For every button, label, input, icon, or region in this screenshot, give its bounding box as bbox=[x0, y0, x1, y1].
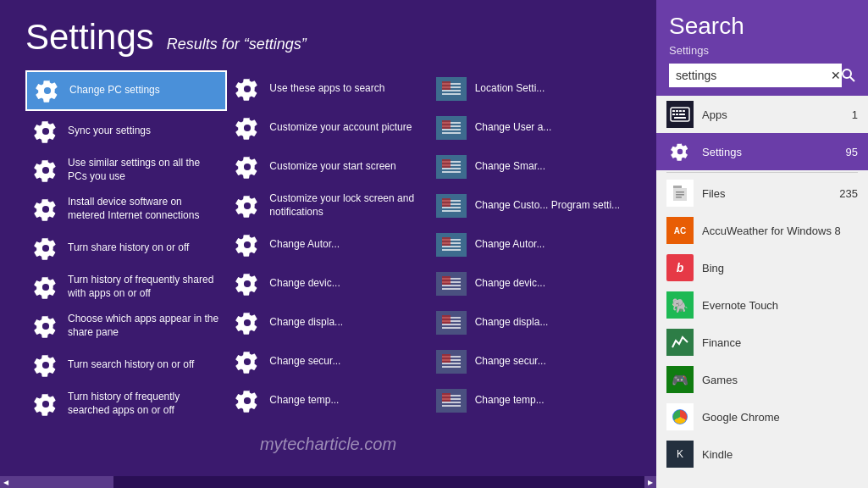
svg-rect-13 bbox=[442, 171, 461, 173]
result-icon-kindle: K bbox=[666, 441, 694, 468]
item-label: Customize your lock screen and notificat… bbox=[269, 192, 422, 219]
gear-icon bbox=[32, 391, 59, 418]
col1-item-change-pc[interactable]: Change PC settings bbox=[25, 70, 227, 111]
col3-item-change-temp2[interactable]: Change temp... bbox=[429, 382, 631, 419]
gear-icon bbox=[32, 352, 59, 379]
gear-icon bbox=[234, 387, 261, 414]
col3-item-change-smart[interactable]: Change Smar... bbox=[429, 148, 631, 186]
search-result-apps[interactable]: Apps 1 bbox=[656, 96, 868, 133]
svg-rect-2 bbox=[442, 90, 461, 92]
col2-item-change-security[interactable]: Change secur... bbox=[227, 343, 428, 380]
col3-icon bbox=[436, 311, 467, 335]
col1-item-turn-history-shared[interactable]: Turn history of frequently shared with a… bbox=[25, 269, 227, 306]
svg-rect-42 bbox=[442, 402, 461, 403]
item-label: Turn share history on or off bbox=[68, 241, 189, 255]
col3-icon bbox=[436, 77, 467, 101]
svg-rect-56 bbox=[673, 186, 682, 188]
col3-item-change-device3[interactable]: Change devic... bbox=[429, 265, 631, 302]
item-label: Change Autor... bbox=[475, 238, 545, 252]
col2-item-customize-account[interactable]: Customize your account picture bbox=[227, 109, 428, 147]
search-panel-title: Search bbox=[669, 13, 855, 40]
svg-rect-54 bbox=[679, 114, 685, 115]
result-icon-files bbox=[666, 180, 694, 207]
svg-rect-33 bbox=[442, 327, 461, 329]
app-icon-accu: AC bbox=[666, 217, 694, 244]
search-panel-subtitle: Settings bbox=[669, 44, 855, 57]
col1-item-turn-search-history[interactable]: Turn search history on or off bbox=[25, 347, 227, 384]
item-label: Turn history of frequently shared with a… bbox=[68, 274, 220, 300]
item-label: Change User a... bbox=[475, 121, 552, 135]
col3-item-change-display2[interactable]: Change displa... bbox=[429, 304, 631, 341]
search-input[interactable] bbox=[669, 64, 831, 87]
flag-icon bbox=[442, 198, 461, 214]
result-label: Evernote Touch bbox=[702, 299, 858, 312]
col3-item-change-user[interactable]: Change User a... bbox=[429, 109, 631, 147]
svg-rect-49 bbox=[676, 110, 678, 112]
search-result-finance[interactable]: Finance bbox=[656, 324, 868, 361]
scrollbar-thumb[interactable] bbox=[12, 476, 113, 488]
svg-rect-12 bbox=[442, 168, 461, 169]
item-label: Change temp... bbox=[475, 394, 545, 408]
gear-icon bbox=[234, 231, 261, 258]
result-label: Finance bbox=[702, 336, 858, 349]
search-clear-button[interactable]: ✕ bbox=[831, 64, 842, 87]
search-result-games[interactable]: 🎮 Games bbox=[656, 361, 868, 398]
item-label: Location Setti... bbox=[475, 82, 545, 96]
scrollbar-right-arrow[interactable]: ▶ bbox=[644, 476, 656, 488]
item-label: Use similar settings on all the PCs you … bbox=[68, 157, 220, 183]
app-icon-finance bbox=[666, 329, 694, 356]
col1-item-sync-settings[interactable]: Sync your settings bbox=[25, 113, 227, 150]
col2-item-customize-lock[interactable]: Customize your lock screen and notificat… bbox=[227, 187, 428, 225]
svg-rect-22 bbox=[442, 246, 461, 247]
col3-item-change-custo[interactable]: Change Custo... Program setti... bbox=[429, 187, 631, 225]
item-label: Change Custo... Program setti... bbox=[475, 199, 620, 213]
search-result-settings[interactable]: Settings 95 bbox=[656, 133, 868, 170]
search-result-kindle[interactable]: K Kindle bbox=[656, 435, 868, 473]
search-results-list: Apps 1 Settings 95 Files 235 AC AccuWeat… bbox=[656, 96, 868, 488]
col1-item-install-device[interactable]: Install device software on metered Inter… bbox=[25, 191, 227, 228]
scrollbar-left-arrow[interactable]: ◀ bbox=[0, 476, 12, 488]
item-label: Change Autor... bbox=[269, 238, 340, 252]
col2-item-customize-start[interactable]: Customize your start screen bbox=[227, 148, 428, 186]
app-icon-settings bbox=[666, 138, 694, 165]
search-result-accuweather[interactable]: AC AccuWeather for Windows 8 bbox=[656, 212, 868, 249]
bottom-scrollbar[interactable]: ◀ ▶ bbox=[0, 476, 656, 488]
search-panel: Search Settings ✕ Apps 1 Settings 95 Fil… bbox=[656, 0, 868, 488]
app-icon-files bbox=[666, 180, 694, 207]
col2-item-change-device2[interactable]: Change devic... bbox=[227, 265, 428, 302]
svg-rect-8 bbox=[442, 132, 461, 134]
result-label: Google Chrome bbox=[702, 411, 858, 424]
svg-rect-19 bbox=[442, 198, 451, 207]
result-label: Games bbox=[702, 374, 858, 386]
col1-item-turn-history-searched[interactable]: Turn history of frequently searched apps… bbox=[25, 385, 227, 423]
search-result-files[interactable]: Files 235 bbox=[656, 175, 868, 212]
search-result-evernote[interactable]: 🐘 Evernote Touch bbox=[656, 286, 868, 324]
item-label: Customize your account picture bbox=[269, 121, 412, 135]
svg-rect-51 bbox=[683, 110, 685, 112]
col3-item-change-security2[interactable]: Change secur... bbox=[429, 343, 631, 380]
flag-icon bbox=[442, 315, 461, 330]
col3-item-change-autor2[interactable]: Change Autor... bbox=[429, 226, 631, 263]
col2-item-use-apps-search[interactable]: Use these apps to search bbox=[227, 70, 428, 108]
flag-icon bbox=[442, 159, 461, 175]
search-result-chrome[interactable]: Google Chrome bbox=[656, 398, 868, 435]
col3-icon bbox=[436, 272, 467, 296]
col1-item-choose-apps-share[interactable]: Choose which apps appear in the share pa… bbox=[25, 308, 227, 345]
result-icon-chrome bbox=[666, 403, 694, 430]
result-label: Apps bbox=[702, 108, 852, 121]
svg-rect-52 bbox=[672, 114, 675, 115]
col2-item-change-temp[interactable]: Change temp... bbox=[227, 382, 428, 419]
col2-item-change-display[interactable]: Change displa... bbox=[227, 304, 428, 341]
search-go-button[interactable] bbox=[842, 64, 855, 87]
result-icon-evernote: 🐘 bbox=[666, 291, 694, 319]
search-result-bing[interactable]: b Bing bbox=[656, 249, 868, 286]
col1-item-turn-share-history[interactable]: Turn share history on or off bbox=[25, 230, 227, 267]
col1-item-similar-settings[interactable]: Use similar settings on all the PCs you … bbox=[25, 152, 227, 189]
svg-rect-34 bbox=[442, 315, 451, 324]
col2-item-change-autorun[interactable]: Change Autor... bbox=[227, 226, 428, 263]
svg-rect-50 bbox=[679, 110, 682, 112]
col2: Use these apps to search Customize your … bbox=[227, 70, 428, 423]
svg-rect-27 bbox=[442, 285, 461, 286]
result-icon-settings bbox=[666, 138, 694, 165]
col3-item-location-settings[interactable]: Location Setti... bbox=[429, 70, 631, 108]
